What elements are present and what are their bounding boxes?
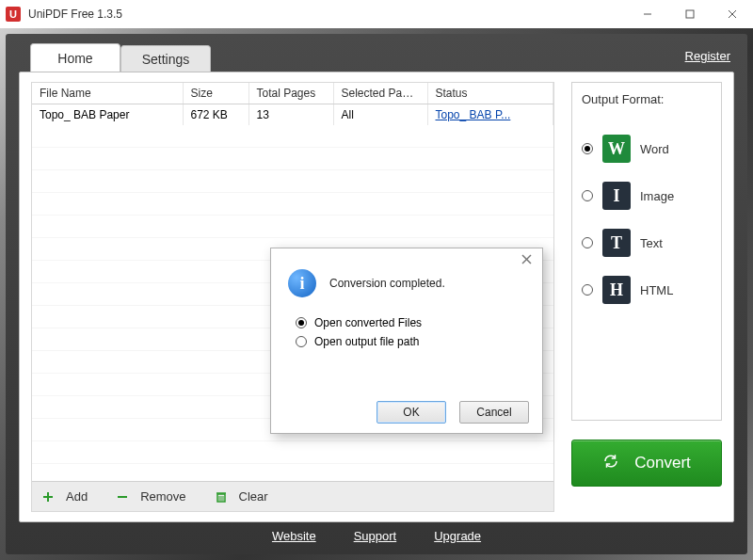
dialog-cancel-button[interactable]: Cancel: [459, 401, 529, 424]
radio-icon: [296, 336, 307, 347]
tab-bar: Home Settings Register: [30, 43, 734, 72]
register-link[interactable]: Register: [685, 49, 730, 63]
col-total-pages[interactable]: Total Pages: [248, 83, 333, 104]
clear-label: Clear: [239, 489, 268, 504]
tab-settings[interactable]: Settings: [120, 45, 211, 72]
dialog-body: i Conversion completed. Open converted F…: [271, 248, 542, 392]
text-format-icon: T: [602, 229, 631, 257]
website-link[interactable]: Website: [272, 529, 316, 543]
app-icon: U: [6, 7, 21, 22]
window-title: UniPDF Free 1.3.5: [28, 8, 626, 21]
output-format-text[interactable]: TText: [582, 229, 712, 257]
col-status[interactable]: Status: [427, 83, 553, 104]
output-format-word[interactable]: WWord: [582, 135, 712, 163]
cell-pages: 13: [248, 104, 333, 126]
radio-icon: [582, 284, 593, 296]
output-format-title: Output Format:: [582, 92, 712, 106]
radio-icon: [582, 190, 593, 201]
output-format-html[interactable]: HHTML: [582, 276, 712, 304]
app-frame: Home Settings Register File Name Size To…: [0, 28, 753, 560]
word-format-icon: W: [602, 135, 631, 163]
col-filename[interactable]: File Name: [32, 83, 183, 104]
radio-open-files[interactable]: Open converted Files: [296, 316, 525, 329]
file-table-toolbar: Add Remove Clear: [32, 481, 553, 511]
table-row[interactable]: Topo_ BAB Paper 672 KB 13 All Topo_ BAB …: [32, 104, 553, 126]
radio-open-path[interactable]: Open output file path: [296, 335, 525, 348]
dialog-ok-button[interactable]: OK: [376, 401, 446, 424]
status-link[interactable]: Topo_ BAB P...: [436, 108, 511, 121]
output-format-panel: Output Format: WWordIImageTTextHHTML Con…: [571, 82, 722, 512]
maximize-button[interactable]: [668, 0, 711, 28]
radio-open-path-label: Open output file path: [314, 335, 419, 348]
output-format-label: HTML: [640, 283, 673, 297]
radio-icon: [296, 317, 307, 328]
tab-home[interactable]: Home: [30, 43, 120, 72]
image-format-icon: I: [602, 182, 631, 210]
close-button[interactable]: [711, 0, 753, 28]
plus-icon: [41, 490, 55, 504]
remove-label: Remove: [140, 489, 185, 504]
add-label: Add: [66, 489, 88, 504]
col-selected-pages[interactable]: Selected Pages: [333, 83, 427, 104]
add-button[interactable]: Add: [41, 489, 88, 504]
support-link[interactable]: Support: [354, 529, 397, 543]
refresh-icon: [602, 453, 619, 474]
cell-selected: All: [333, 104, 427, 126]
html-format-icon: H: [602, 276, 631, 304]
col-size[interactable]: Size: [183, 83, 248, 104]
dialog-close-button[interactable]: [521, 254, 537, 269]
svg-rect-1: [686, 10, 694, 18]
footer-links: Website Support Upgrade: [19, 522, 734, 549]
file-table-header: File Name Size Total Pages Selected Page…: [32, 83, 553, 125]
trash-icon: [215, 490, 228, 504]
output-format-label: Word: [640, 142, 669, 156]
output-format-box: Output Format: WWordIImageTTextHHTML: [571, 82, 722, 421]
main-panel: File Name Size Total Pages Selected Page…: [19, 72, 734, 522]
output-format-image[interactable]: IImage: [582, 182, 712, 210]
conversion-dialog: i Conversion completed. Open converted F…: [270, 248, 543, 434]
output-format-label: Image: [640, 189, 674, 203]
radio-icon: [582, 237, 593, 248]
info-icon: i: [288, 269, 316, 297]
dialog-footer: OK Cancel: [271, 392, 542, 433]
convert-label: Convert: [634, 454, 691, 472]
cell-size: 672 KB: [183, 104, 248, 126]
upgrade-link[interactable]: Upgrade: [434, 529, 481, 543]
remove-button[interactable]: Remove: [116, 489, 185, 504]
titlebar: U UniPDF Free 1.3.5: [0, 0, 753, 28]
cell-filename: Topo_ BAB Paper: [32, 104, 183, 126]
clear-button[interactable]: Clear: [215, 489, 268, 504]
app-body: Home Settings Register File Name Size To…: [6, 34, 747, 554]
radio-icon: [582, 143, 593, 154]
radio-open-files-label: Open converted Files: [314, 316, 422, 329]
window-controls: [626, 0, 753, 28]
dialog-message: Conversion completed.: [329, 277, 445, 290]
output-format-label: Text: [640, 236, 663, 250]
convert-button[interactable]: Convert: [571, 440, 722, 487]
minus-icon: [116, 490, 129, 504]
minimize-button[interactable]: [626, 0, 668, 28]
cell-status[interactable]: Topo_ BAB P...: [427, 104, 553, 126]
